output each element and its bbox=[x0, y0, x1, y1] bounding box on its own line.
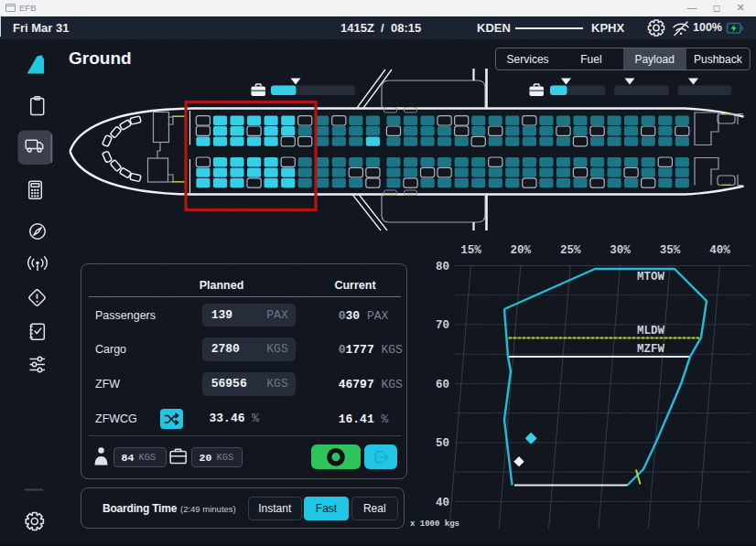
svg-text:MTOW: MTOW bbox=[637, 271, 665, 284]
svg-text:35%: 35% bbox=[660, 244, 681, 257]
svg-text:70: 70 bbox=[436, 319, 449, 332]
svg-text:60: 60 bbox=[436, 379, 449, 391]
svg-text:40%: 40% bbox=[709, 244, 730, 257]
svg-text:50: 50 bbox=[436, 437, 449, 450]
svg-text:x 1000 kgs: x 1000 kgs bbox=[410, 519, 459, 529]
svg-text:15%: 15% bbox=[460, 244, 481, 257]
svg-text:25%: 25% bbox=[560, 244, 581, 257]
svg-text:MZFW: MZFW bbox=[637, 343, 665, 356]
svg-text:MLDW: MLDW bbox=[637, 325, 665, 337]
svg-text:20%: 20% bbox=[511, 244, 532, 257]
svg-text:30%: 30% bbox=[610, 244, 631, 257]
svg-text:40: 40 bbox=[436, 497, 449, 509]
svg-text:80: 80 bbox=[436, 261, 449, 273]
